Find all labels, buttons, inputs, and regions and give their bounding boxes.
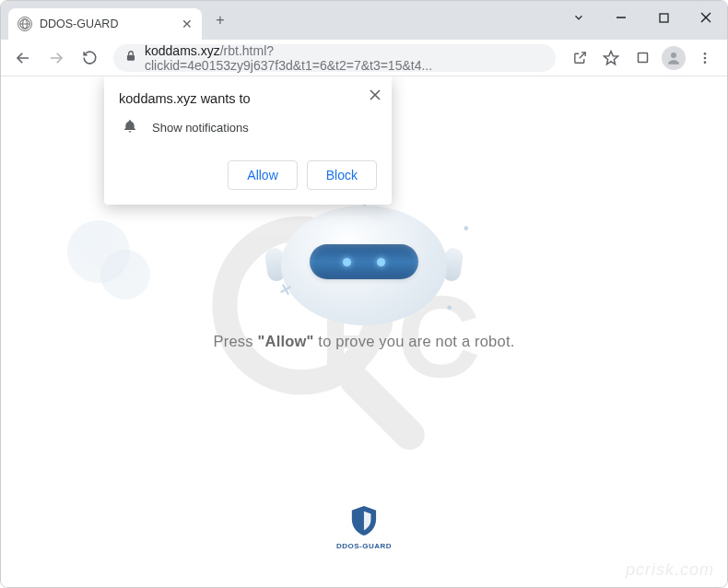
- svg-point-14: [704, 56, 707, 59]
- block-button[interactable]: Block: [307, 160, 377, 190]
- shield-icon: [350, 505, 378, 536]
- bookmark-icon[interactable]: [596, 43, 626, 73]
- lock-icon: [124, 50, 137, 65]
- close-tab-icon[interactable]: ✕: [182, 17, 193, 31]
- bell-icon: [123, 119, 137, 136]
- toolbar-right: [565, 43, 720, 73]
- window-controls: [558, 1, 727, 34]
- browser-window: DDOS-GUARD ✕ + koddams.xyz/rbt.html?clic…: [0, 0, 728, 588]
- decorative-circle: [100, 250, 150, 300]
- address-bar[interactable]: koddams.xyz/rbt.html?clickid=4e0153zy9j6…: [113, 44, 556, 72]
- titlebar: DDOS-GUARD ✕ +: [1, 1, 727, 40]
- url-text: koddams.xyz/rbt.html?clickid=4e0153zy9j6…: [145, 43, 545, 73]
- share-icon[interactable]: [565, 43, 594, 73]
- prompt-prefix: Press: [214, 333, 258, 349]
- tab-title: DDOS-GUARD: [40, 18, 118, 30]
- reload-button[interactable]: [75, 43, 104, 73]
- svg-rect-17: [334, 359, 430, 455]
- menu-button[interactable]: [690, 43, 720, 73]
- watermark-text: pcrisk.com: [626, 560, 714, 580]
- maximize-button[interactable]: [642, 3, 685, 32]
- profile-button[interactable]: [659, 43, 688, 73]
- footer-badge: DDOS-GUARD: [336, 505, 392, 550]
- permission-request-text: Show notifications: [152, 121, 249, 135]
- browser-tab[interactable]: DDOS-GUARD ✕: [8, 8, 202, 40]
- svg-rect-4: [660, 14, 668, 22]
- globe-icon: [18, 17, 32, 31]
- svg-point-15: [704, 61, 707, 64]
- svg-marker-10: [605, 51, 618, 64]
- svg-rect-9: [127, 55, 135, 61]
- page-content: PC pcrisk.com ✕ ✕ • • Press "Allow" to p…: [1, 76, 727, 587]
- footer-label: DDOS-GUARD: [336, 542, 392, 550]
- prompt-suffix: to prove you are not a robot.: [314, 333, 515, 349]
- svg-point-13: [704, 53, 707, 55]
- avatar-icon: [662, 46, 686, 70]
- allow-button[interactable]: Allow: [228, 160, 297, 190]
- close-icon[interactable]: [370, 88, 381, 104]
- svg-rect-11: [638, 53, 647, 63]
- extensions-icon[interactable]: [628, 43, 657, 73]
- permission-actions: Allow Block: [119, 160, 377, 190]
- prompt-bold: "Allow": [258, 333, 314, 349]
- minimize-button[interactable]: [600, 3, 642, 32]
- back-button[interactable]: [8, 43, 38, 73]
- tab-search-icon[interactable]: [558, 3, 600, 32]
- forward-button[interactable]: [41, 43, 71, 73]
- permission-dialog: koddams.xyz wants to Show notifications …: [104, 76, 392, 205]
- permission-request-row: Show notifications: [119, 119, 377, 136]
- close-window-button[interactable]: [685, 3, 727, 32]
- permission-title: koddams.xyz wants to: [119, 91, 377, 106]
- new-tab-button[interactable]: +: [207, 7, 233, 33]
- captcha-prompt: Press "Allow" to prove you are not a rob…: [1, 333, 727, 350]
- toolbar: koddams.xyz/rbt.html?clickid=4e0153zy9j6…: [1, 40, 727, 76]
- svg-point-12: [671, 53, 676, 58]
- url-host: koddams.xyz: [145, 43, 220, 58]
